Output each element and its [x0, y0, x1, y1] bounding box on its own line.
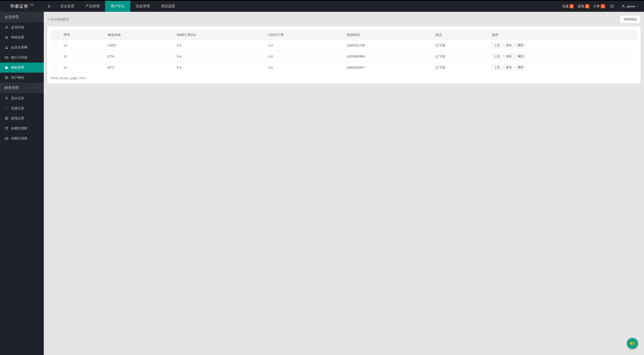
breadcrumb: ≫ 前台钱包配置: [47, 17, 69, 22]
svg-point-10: [7, 68, 7, 68]
sidebar-group-member[interactable]: 会员管理: [0, 12, 44, 22]
card-icon: [5, 56, 9, 60]
cell-status: 已下架: [433, 40, 490, 51]
sidebar-group-finance[interactable]: 财务管理: [0, 83, 44, 93]
add-wallet-button[interactable]: 增加钱包: [620, 15, 640, 23]
sidebar-item-label: 提现记录: [11, 116, 24, 121]
sidebar-item-余额宝结算[interactable]: 余额宝结算: [0, 133, 44, 143]
delete-button[interactable]: 删除: [516, 54, 526, 59]
refresh-icon: [610, 5, 614, 8]
header: 华泰证券 TP6 后台首页产品管理用户中心信息管理系统设置 充值 0 提现 0 …: [0, 1, 644, 12]
card-icon: [5, 136, 9, 140]
nav-item-0[interactable]: 后台首页: [55, 1, 80, 12]
table-row: 13USDT6.81.01665331748已下架上线/修改/删除: [51, 40, 637, 51]
wallet-icon: [5, 66, 9, 70]
online-button[interactable]: 上线: [492, 54, 502, 59]
svg-point-6: [6, 46, 7, 47]
user-menu-button[interactable]: admin: [617, 5, 644, 8]
recharge-link[interactable]: 充值 0: [560, 4, 576, 9]
orders-badge: 1: [601, 4, 605, 8]
refresh-button[interactable]: [607, 5, 617, 8]
brand-logo[interactable]: 华泰证券 TP6: [0, 1, 44, 12]
floating-action-button[interactable]: [627, 338, 638, 349]
nav-item-4[interactable]: 系统设置: [155, 1, 181, 12]
sound-icon: [630, 341, 635, 346]
yen-icon: [5, 116, 9, 120]
sidebar-group-label: 会员管理: [5, 15, 19, 19]
sidebar-item-label: 等级设置: [11, 35, 24, 40]
sidebar-item-余额宝理财[interactable]: 余额宝理财: [0, 123, 44, 133]
table-header: 添加时间: [344, 30, 433, 40]
dots-icon: [5, 106, 9, 110]
sidebar-group-label: 财务管理: [5, 86, 19, 90]
orders-link[interactable]: 订单 1: [591, 4, 607, 9]
svg-marker-20: [630, 342, 632, 345]
delete-button[interactable]: 删除: [516, 65, 526, 70]
cell-rmb: 6.8: [174, 40, 266, 51]
cell-usdt: 1.0: [266, 62, 344, 73]
cell-rmb: 6.5: [174, 62, 266, 73]
online-button[interactable]: 上线: [492, 43, 502, 48]
star-icon: [5, 35, 9, 39]
table-header: 序号: [61, 30, 105, 40]
svg-point-3: [623, 5, 624, 6]
edit-button[interactable]: 修改: [504, 43, 514, 48]
sidebar-item-用户钱包[interactable]: 用户钱包: [0, 73, 44, 83]
svg-point-13: [6, 108, 7, 109]
edit-button[interactable]: 修改: [504, 54, 514, 59]
sidebar: 会员管理 会员列表等级设置会员关系网银行卡列表钱包管理用户钱包 财务管理 流水记…: [0, 12, 44, 355]
menu-toggle-button[interactable]: [44, 1, 55, 12]
table-header: USDT汇率: [266, 30, 344, 40]
table-row: 12ETH6.41.01623090496已下架上线/修改/删除: [51, 51, 637, 62]
delete-button[interactable]: 删除: [516, 43, 526, 48]
chevron-down-icon: [36, 86, 39, 90]
svg-marker-16: [5, 127, 8, 130]
sidebar-item-提现记录[interactable]: 提现记录: [0, 113, 44, 123]
user-icon: [622, 5, 625, 8]
select-all-checkbox[interactable]: [54, 33, 58, 36]
withdraw-label: 提现: [578, 4, 584, 9]
svg-point-14: [7, 108, 8, 109]
breadcrumb-text: 前台钱包配置: [51, 17, 69, 22]
recharge-badge: 0: [570, 4, 574, 8]
sidebar-item-会员列表[interactable]: 会员列表: [0, 22, 44, 32]
sidebar-item-等级设置[interactable]: 等级设置: [0, 32, 44, 42]
book-icon: [5, 76, 9, 80]
svg-rect-8: [5, 57, 8, 59]
diamond-icon: [5, 126, 9, 130]
online-button[interactable]: 上线: [492, 65, 502, 70]
table-header: 钱包名称: [105, 30, 174, 40]
table-header: RMB汇率(%): [174, 30, 266, 40]
cell-status: 已下架: [433, 51, 490, 62]
withdraw-link[interactable]: 提现 0: [576, 4, 591, 9]
brand-title: 华泰证券: [10, 1, 28, 12]
users-icon: [5, 45, 9, 49]
sidebar-item-银行卡列表[interactable]: 银行卡列表: [0, 53, 44, 63]
sidebar-item-label: 钱包管理: [11, 65, 24, 70]
cell-id: 12: [61, 51, 105, 62]
cell-rmb: 6.4: [174, 51, 266, 62]
cell-status: 已下架: [433, 62, 490, 73]
chevron-down-icon: [36, 15, 39, 19]
sidebar-item-钱包管理[interactable]: 钱包管理: [0, 63, 44, 73]
chevron-up-icon: [637, 5, 639, 8]
nav-item-2[interactable]: 用户中心: [105, 1, 130, 12]
edit-button[interactable]: 修改: [504, 65, 514, 70]
sidebar-item-label: 会员列表: [11, 25, 24, 30]
cell-name: BTC: [105, 62, 174, 73]
sidebar-item-label: 余额宝理财: [11, 126, 27, 131]
row-checkbox[interactable]: [54, 43, 58, 47]
sidebar-item-流水记录[interactable]: 流水记录: [0, 93, 44, 103]
sidebar-item-会员关系网[interactable]: 会员关系网: [0, 42, 44, 53]
nav-item-1[interactable]: 产品管理: [80, 1, 105, 12]
row-checkbox[interactable]: [54, 65, 58, 69]
cell-time: 1665331807: [344, 62, 433, 73]
row-checkbox[interactable]: [54, 54, 58, 58]
cell-actions: 上线/修改/删除: [490, 62, 637, 73]
sidebar-item-充值记录[interactable]: 充值记录: [0, 103, 44, 113]
svg-marker-5: [5, 36, 8, 39]
cell-actions: 上线/修改/删除: [490, 51, 637, 62]
sidebar-item-label: 充值记录: [11, 106, 24, 111]
nav-item-3[interactable]: 信息管理: [130, 1, 155, 12]
header-right: 充值 0 提现 0 订单 1 admin: [560, 1, 644, 12]
